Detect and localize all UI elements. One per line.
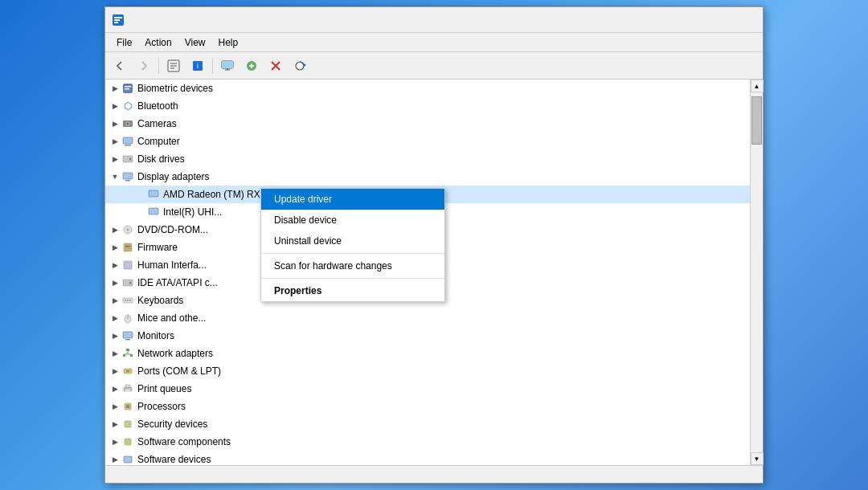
- keyboards-label: Keyboards: [137, 295, 183, 306]
- svg-rect-26: [125, 145, 131, 146]
- toolbar-sep1: [158, 58, 159, 74]
- svg-rect-42: [127, 300, 129, 301]
- toolbar-back[interactable]: [108, 55, 131, 76]
- scroll-down[interactable]: ▼: [751, 452, 764, 465]
- expand-icon: ▶: [108, 347, 121, 360]
- menu-action[interactable]: Action: [138, 35, 178, 50]
- network-icon: [121, 347, 134, 360]
- menu-file[interactable]: File: [110, 35, 138, 50]
- content-area: ▶ Biometric devices ▶ ⬡ Bluetooth ▶ Came…: [105, 80, 763, 465]
- tree-item-software-dev[interactable]: ▶ Software devices: [105, 451, 750, 465]
- svg-rect-30: [125, 180, 130, 182]
- tree-item-biometric[interactable]: ▶ Biometric devices: [105, 80, 750, 97]
- expand-icon: ▶: [108, 153, 121, 165]
- tree-item-bluetooth[interactable]: ▶ ⬡ Bluetooth: [105, 97, 750, 115]
- tree-item-security[interactable]: ▶ Security devices: [105, 415, 750, 433]
- tree-panel[interactable]: ▶ Biometric devices ▶ ⬡ Bluetooth ▶ Came…: [105, 80, 750, 465]
- context-menu: Update driver Disable device Uninstall d…: [260, 188, 445, 302]
- toolbar-scan[interactable]: [289, 55, 311, 76]
- toolbar-forward[interactable]: [133, 55, 155, 76]
- expand-icon: ▶: [108, 135, 121, 148]
- tree-item-processors[interactable]: ▶ Processors: [105, 398, 750, 415]
- scroll-up[interactable]: ▲: [751, 80, 764, 92]
- toolbar: i: [105, 52, 763, 80]
- computer-label: Computer: [137, 136, 180, 147]
- menu-help[interactable]: Help: [212, 35, 245, 50]
- ctx-uninstall-device[interactable]: Uninstall device: [261, 231, 444, 251]
- ports-icon: [121, 365, 134, 378]
- expand-icon: ▶: [108, 382, 121, 395]
- display-label: Display adapters: [137, 171, 209, 182]
- svg-rect-2: [114, 19, 120, 21]
- scrollbar[interactable]: ▲ ▼: [750, 80, 763, 465]
- svg-rect-48: [126, 349, 129, 351]
- expand-icon: ▶: [108, 259, 121, 272]
- tree-item-mice[interactable]: ▶ Mice and othe...: [105, 309, 750, 327]
- ide-icon: [121, 276, 134, 289]
- amd-icon: [147, 188, 160, 201]
- human-icon: [121, 259, 134, 272]
- expand-icon: ▶: [108, 100, 121, 112]
- ctx-disable-device[interactable]: Disable device: [261, 210, 444, 231]
- expand-icon: ▶: [108, 294, 121, 307]
- tree-item-network[interactable]: ▶ Network adapters: [105, 345, 750, 362]
- svg-rect-11: [222, 61, 233, 68]
- scroll-thumb[interactable]: [751, 96, 762, 145]
- toolbar-properties[interactable]: [162, 55, 185, 76]
- software-comp-icon: [121, 435, 134, 448]
- disk-label: Disk drives: [137, 153, 185, 165]
- toolbar-update[interactable]: i: [186, 55, 209, 76]
- tree-item-display[interactable]: ▼ Display adapters: [105, 168, 750, 186]
- mice-label: Mice and othe...: [137, 312, 206, 324]
- human-label: Human Interfa...: [137, 259, 207, 271]
- tree-item-cameras[interactable]: ▶ Cameras: [105, 115, 750, 133]
- svg-rect-63: [124, 456, 132, 463]
- tree-item-ports[interactable]: ▶ Ports (COM & LPT): [105, 362, 750, 380]
- security-label: Security devices: [137, 419, 207, 430]
- security-icon: [121, 418, 134, 431]
- menu-view[interactable]: View: [178, 35, 212, 50]
- svg-rect-62: [125, 439, 131, 445]
- svg-rect-41: [125, 300, 126, 301]
- svg-marker-18: [304, 63, 306, 67]
- keyboards-icon: [121, 294, 134, 307]
- tree-item-software-comp[interactable]: ▶ Software components: [105, 433, 750, 451]
- tree-item-disk[interactable]: ▶ Disk drives: [105, 150, 750, 168]
- menu-bar: File Action View Help: [105, 33, 763, 52]
- ctx-update-driver[interactable]: Update driver: [261, 189, 444, 210]
- svg-rect-46: [123, 332, 133, 338]
- svg-text:i: i: [197, 62, 199, 70]
- ports-label: Ports (COM & LPT): [137, 365, 221, 377]
- toolbar-remove[interactable]: [264, 55, 287, 76]
- ctx-properties[interactable]: Properties: [261, 280, 444, 301]
- svg-rect-60: [126, 405, 129, 408]
- expand-icon: ▼: [108, 170, 121, 183]
- bluetooth-icon: ⬡: [121, 100, 134, 112]
- svg-rect-36: [125, 246, 130, 247]
- expand-icon: ▶: [108, 365, 121, 378]
- minimize-button[interactable]: [645, 7, 682, 33]
- expand-icon: ▶: [108, 82, 121, 95]
- close-button[interactable]: [719, 7, 756, 33]
- toolbar-add[interactable]: [240, 55, 263, 76]
- scroll-track[interactable]: [751, 92, 763, 452]
- expand-icon: ▶: [108, 276, 121, 289]
- expand-icon: ▶: [108, 400, 121, 413]
- expand-icon: ▶: [108, 435, 121, 448]
- cameras-icon: [121, 117, 134, 130]
- maximize-button[interactable]: [682, 7, 719, 33]
- toolbar-computer[interactable]: [216, 55, 239, 76]
- ctx-scan-changes[interactable]: Scan for hardware changes: [261, 255, 444, 276]
- dvd-label: DVD/CD-ROM...: [137, 224, 208, 235]
- svg-rect-1: [114, 17, 122, 18]
- intel-icon: [147, 206, 160, 218]
- ctx-sep2: [261, 278, 444, 279]
- device-manager-window: File Action View Help i: [104, 6, 764, 484]
- tree-item-computer[interactable]: ▶ Computer: [105, 133, 750, 150]
- tree-item-monitors[interactable]: ▶ Monitors: [105, 327, 750, 345]
- tree-item-print[interactable]: ▶ Print queues: [105, 380, 750, 398]
- svg-rect-37: [124, 261, 132, 269]
- display-icon: [121, 170, 134, 183]
- computer-icon: [121, 135, 134, 148]
- status-bar: [105, 465, 763, 483]
